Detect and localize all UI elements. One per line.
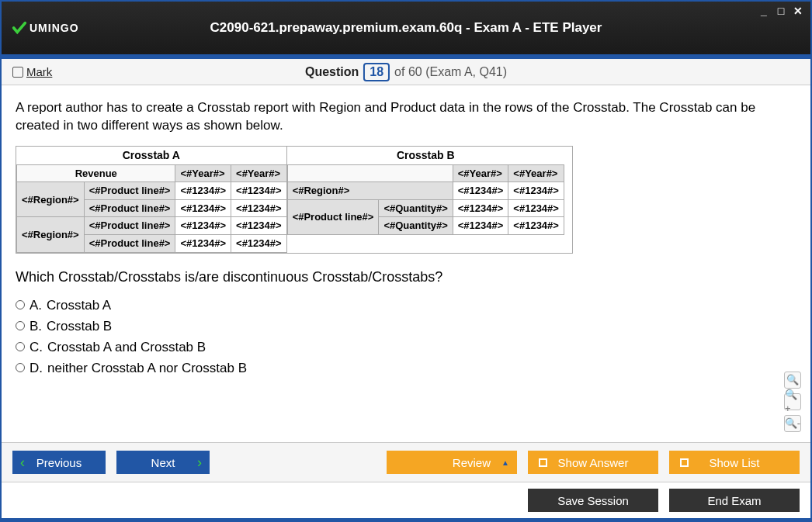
window-title: C2090-621.prepaway.premium.exam.60q - Ex… [210, 20, 602, 36]
show-list-button[interactable]: Show List [669, 451, 800, 474]
radio-icon[interactable] [16, 321, 25, 330]
zoom-reset-icon[interactable]: 🔍 [784, 372, 801, 389]
footer: ‹Previous Next› Review▲ Show Answer Show… [2, 442, 810, 520]
answer-options: A.Crosstab A B.Crosstab B C.Crosstab A a… [16, 297, 796, 378]
crosstab-b-title: Crosstab B [287, 147, 564, 164]
bottom-accent [2, 518, 810, 520]
crosstab-a: Crosstab A Revenue <#Year#> <#Year#> <#R… [16, 147, 287, 253]
question-text: A report author has to create a Crosstab… [16, 99, 796, 135]
next-button[interactable]: Next› [116, 451, 210, 474]
question-indicator: Question 18 of 60 (Exam A, Q41) [305, 63, 507, 81]
option-b[interactable]: B.Crosstab B [16, 318, 796, 336]
option-d[interactable]: D.neither Crosstab A nor Crosstab B [16, 360, 796, 378]
sub-question: Which Crosstab/Crosstabs is/are disconti… [16, 268, 796, 286]
crosstab-diagram: Crosstab A Revenue <#Year#> <#Year#> <#R… [16, 146, 573, 254]
question-content: A report author has to create a Crosstab… [2, 85, 810, 440]
previous-button[interactable]: ‹Previous [12, 451, 106, 474]
nav-row: ‹Previous Next› Review▲ Show Answer Show… [2, 442, 810, 482]
radio-icon[interactable] [16, 363, 25, 372]
option-a[interactable]: A.Crosstab A [16, 297, 796, 315]
crosstab-a-table: Revenue <#Year#> <#Year#> <#Region#> <#P… [16, 164, 287, 253]
crosstab-b-table: <#Year#> <#Year#> <#Region#> <#1234#> <#… [287, 164, 564, 235]
brand-text: UMINGO [29, 22, 79, 34]
check-icon [11, 19, 28, 36]
show-answer-button[interactable]: Show Answer [528, 451, 658, 474]
app-logo: UMINGO [11, 19, 79, 36]
mark-checkbox[interactable]: Mark [12, 65, 52, 78]
close-icon[interactable]: ✕ [792, 5, 804, 17]
mark-label: Mark [26, 65, 52, 78]
zoom-out-icon[interactable]: 🔍- [784, 415, 801, 432]
review-button[interactable]: Review▲ [387, 451, 517, 474]
zoom-in-icon[interactable]: 🔍+ [784, 393, 801, 410]
radio-icon[interactable] [16, 300, 25, 309]
radio-icon[interactable] [16, 342, 25, 351]
option-c[interactable]: C.Crosstab A and Crosstab B [16, 339, 796, 357]
question-bar: Mark Question 18 of 60 (Exam A, Q41) [2, 59, 810, 85]
checkbox-icon[interactable] [12, 67, 23, 78]
session-row: Save Session End Exam [2, 482, 810, 518]
window-controls: _ □ ✕ [758, 5, 804, 17]
chevron-right-icon: › [197, 455, 202, 471]
title-bar: UMINGO C2090-621.prepaway.premium.exam.6… [2, 2, 810, 54]
maximize-icon[interactable]: □ [775, 5, 787, 17]
square-icon [680, 458, 689, 467]
minimize-icon[interactable]: _ [758, 5, 770, 17]
question-word: Question [305, 65, 359, 79]
chevron-left-icon: ‹ [20, 455, 25, 471]
question-total: of 60 (Exam A, Q41) [394, 65, 507, 79]
end-exam-button[interactable]: End Exam [669, 489, 800, 512]
crosstab-a-title: Crosstab A [16, 147, 287, 164]
zoom-controls: 🔍 🔍+ 🔍- [784, 372, 801, 432]
triangle-up-icon: ▲ [501, 458, 509, 467]
crosstab-b: Crosstab B <#Year#> <#Year#> <#Region#> … [287, 147, 564, 253]
question-number[interactable]: 18 [363, 63, 390, 81]
save-session-button[interactable]: Save Session [528, 489, 658, 512]
square-icon [539, 458, 547, 467]
